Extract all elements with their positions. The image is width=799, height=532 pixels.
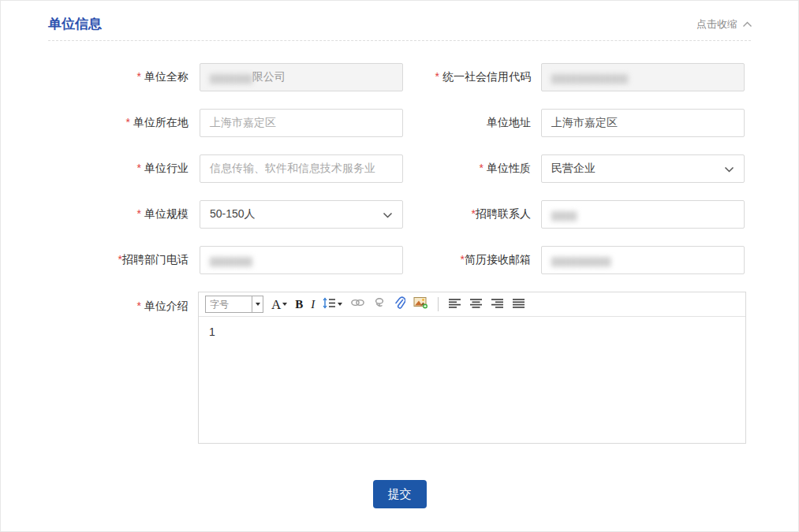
align-justify-button[interactable] bbox=[512, 297, 525, 311]
redacted-text: ▆▆▆▆▆▆▆▆▆ bbox=[551, 71, 628, 84]
credit-code-input[interactable]: ▆▆▆▆▆▆▆▆▆ bbox=[541, 63, 745, 91]
chevron-down-icon bbox=[383, 208, 393, 221]
intro-editor-content[interactable]: 1 bbox=[199, 317, 745, 443]
industry-input[interactable]: 信息传输、软件和信息技术服务业 bbox=[200, 154, 403, 183]
panel-header: 单位信息 点击收缩 bbox=[1, 1, 798, 33]
nature-select[interactable]: 民营企业 bbox=[541, 154, 745, 183]
required-marker: * bbox=[137, 299, 141, 312]
chevron-down-icon bbox=[252, 296, 263, 312]
font-size-select[interactable]: 字号 bbox=[205, 296, 263, 313]
nature-label: *单位性质 bbox=[403, 162, 531, 176]
company-info-panel: 单位信息 点击收缩 *单位全称 ▆▆▆▆▆限公司 *统一社会信用代码 ▆▆▆▆▆… bbox=[0, 0, 799, 532]
form-row: *单位全称 ▆▆▆▆▆限公司 *统一社会信用代码 ▆▆▆▆▆▆▆▆▆ bbox=[1, 63, 798, 91]
required-marker: * bbox=[137, 207, 141, 220]
line-height-button[interactable] bbox=[323, 297, 342, 312]
company-name-input[interactable]: ▆▆▆▆▆限公司 bbox=[200, 63, 403, 91]
redacted-text: ▆▆▆▆▆ bbox=[210, 254, 252, 266]
align-left-icon bbox=[448, 297, 461, 311]
collapse-label: 点击收缩 bbox=[696, 17, 737, 32]
editor-toolbar: 字号 A B I bbox=[199, 292, 745, 317]
image-button[interactable] bbox=[413, 296, 428, 312]
page-title: 单位信息 bbox=[48, 15, 102, 33]
contact-label: *招聘联系人 bbox=[403, 207, 531, 221]
form-row: *招聘部门电话 ▆▆▆▆▆ *简历接收邮箱 ▆▆▆▆▆▆▆ bbox=[1, 246, 798, 274]
required-marker: * bbox=[126, 116, 130, 128]
chevron-up-icon bbox=[742, 18, 752, 30]
required-marker: * bbox=[480, 162, 484, 174]
align-left-button[interactable] bbox=[448, 297, 461, 311]
scale-select[interactable]: 50-150人 bbox=[200, 200, 403, 229]
chevron-down-icon bbox=[338, 303, 342, 306]
email-input[interactable]: ▆▆▆▆▆▆▆ bbox=[541, 246, 745, 274]
chevron-down-icon bbox=[282, 303, 287, 306]
redacted-text: ▆▆▆▆▆▆▆ bbox=[551, 254, 610, 266]
redacted-text: ▆▆▆ bbox=[551, 208, 577, 221]
align-justify-icon bbox=[512, 297, 525, 311]
align-center-button[interactable] bbox=[469, 297, 483, 311]
redacted-text: ▆▆▆▆▆ bbox=[210, 71, 252, 84]
submit-button[interactable]: 提交 bbox=[373, 480, 427, 508]
contact-input[interactable]: ▆▆▆ bbox=[541, 200, 745, 229]
form-row: *单位行业 信息传输、软件和信息技术服务业 *单位性质 民营企业 bbox=[1, 154, 798, 183]
location-input[interactable]: 上海市嘉定区 bbox=[200, 109, 403, 137]
toolbar-separator bbox=[438, 297, 439, 311]
chevron-down-icon bbox=[724, 162, 734, 175]
align-right-button[interactable] bbox=[491, 297, 504, 311]
paperclip-icon bbox=[394, 296, 405, 313]
submit-row: 提交 bbox=[1, 480, 798, 508]
required-marker: * bbox=[435, 70, 439, 83]
italic-button[interactable]: I bbox=[311, 299, 315, 311]
intro-label: *单位介绍 bbox=[1, 292, 189, 314]
credit-code-label: *统一社会信用代码 bbox=[403, 70, 531, 84]
company-form: *单位全称 ▆▆▆▆▆限公司 *统一社会信用代码 ▆▆▆▆▆▆▆▆▆ *单位所在… bbox=[1, 63, 798, 508]
address-input[interactable]: 上海市嘉定区 bbox=[541, 109, 745, 137]
form-row: *单位所在地 上海市嘉定区 单位地址 上海市嘉定区 bbox=[1, 109, 798, 137]
unlink-icon bbox=[373, 297, 386, 312]
address-label: 单位地址 bbox=[403, 116, 531, 130]
attachment-button[interactable] bbox=[394, 296, 405, 313]
align-right-icon bbox=[491, 297, 504, 311]
link-icon bbox=[350, 297, 365, 311]
font-color-button[interactable]: A bbox=[271, 298, 287, 311]
phone-label: *招聘部门电话 bbox=[1, 253, 189, 267]
collapse-toggle[interactable]: 点击收缩 bbox=[696, 17, 752, 32]
company-name-label: *单位全称 bbox=[1, 70, 189, 84]
bold-button[interactable]: B bbox=[295, 299, 303, 311]
form-row: *单位规模 50-150人 *招聘联系人 ▆▆▆ bbox=[1, 200, 798, 229]
unlink-button[interactable] bbox=[373, 297, 386, 312]
form-row-intro: *单位介绍 字号 A B I bbox=[1, 292, 798, 444]
required-marker: * bbox=[137, 162, 141, 174]
intro-editor: 字号 A B I bbox=[198, 292, 746, 444]
link-button[interactable] bbox=[350, 297, 365, 311]
location-label: *单位所在地 bbox=[1, 116, 189, 130]
email-label: *简历接收邮箱 bbox=[403, 253, 531, 267]
phone-input[interactable]: ▆▆▆▆▆ bbox=[200, 246, 403, 274]
divider bbox=[48, 40, 751, 41]
industry-label: *单位行业 bbox=[1, 162, 189, 176]
line-height-icon bbox=[323, 297, 336, 312]
scale-label: *单位规模 bbox=[1, 207, 189, 221]
image-icon bbox=[413, 296, 428, 312]
required-marker: * bbox=[137, 70, 141, 83]
align-center-icon bbox=[469, 297, 483, 311]
